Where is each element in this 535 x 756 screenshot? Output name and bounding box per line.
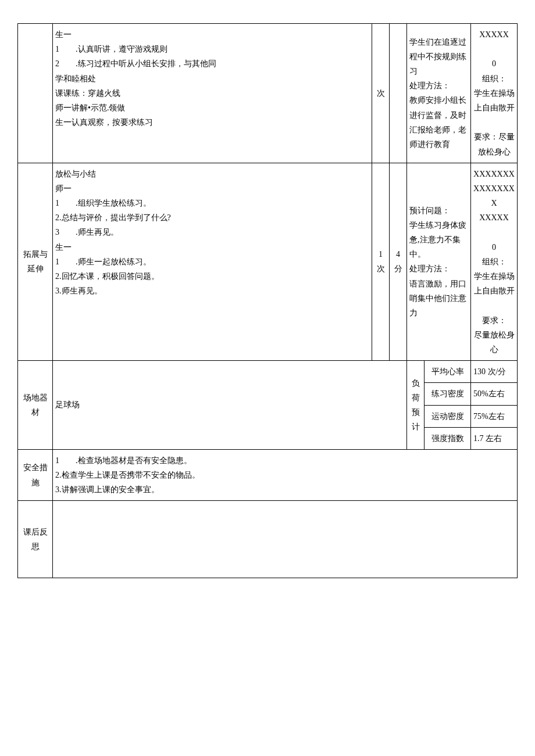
row1-org: XXXXX 0 组织： 学生在操场上自由散开 要求：尽量放松身心: [471, 24, 518, 163]
load-name-2: 运动密度: [425, 405, 471, 427]
table-row: 拓展与延伸 放松与小结 师一 1 .组织学生放松练习。 2.总结与评价，提出学到…: [18, 163, 518, 360]
load-name-3: 强度指数: [425, 427, 471, 449]
reflect-content: [53, 501, 518, 578]
load-name-1: 练习密度: [425, 383, 471, 405]
equip-label: 场地器材: [18, 361, 53, 450]
equip-value: 足球场: [53, 361, 407, 450]
row1-problem: 学生们在追逐过程中不按规则练习 处理方法： 教师安排小组长进行监督，及时汇报给老…: [407, 24, 471, 163]
load-val-1: 50%左右: [471, 383, 518, 405]
safety-content: 1 .检查场地器材是否有安全隐患。 2.检查学生上课是否携带不安全的物品。 3.…: [53, 449, 518, 501]
row2-ci: 1 次: [372, 163, 390, 360]
row1-label: [18, 24, 53, 163]
reflect-label: 课后反思: [18, 501, 53, 578]
table-row: 课后反思: [18, 501, 518, 578]
row2-fen: 4 分: [390, 163, 407, 360]
row2-problem: 预计问题： 学生练习身体疲惫,注意力不集中。 处理方法： 语言激励，用口哨集中他…: [407, 163, 471, 360]
table-row: 生一 1 .认真听讲，遵守游戏规则 2 .练习过程中听从小组长安排，与其他同 学…: [18, 24, 518, 163]
row2-org: XXXXXXXXXXXXXXX XXXXX 0 组织： 学生在操场上自由散开 要…: [471, 163, 518, 360]
load-val-2: 75%左右: [471, 405, 518, 427]
load-label: 负荷预计: [407, 361, 425, 450]
table-row: 场地器材 足球场 负荷预计 平均心率 130 次/分: [18, 361, 518, 383]
row2-label: 拓展与延伸: [18, 163, 53, 360]
load-val-3: 1.7 左右: [471, 427, 518, 449]
row2-content: 放松与小结 师一 1 .组织学生放松练习。 2.总结与评价，提出学到了什么? 3…: [53, 163, 372, 360]
row1-ci: 次: [372, 24, 390, 163]
lesson-plan-table: 生一 1 .认真听讲，遵守游戏规则 2 .练习过程中听从小组长安排，与其他同 学…: [17, 23, 518, 578]
load-val-0: 130 次/分: [471, 361, 518, 383]
row1-fen: [390, 24, 407, 163]
load-name-0: 平均心率: [425, 361, 471, 383]
table-row: 安全措施 1 .检查场地器材是否有安全隐患。 2.检查学生上课是否携带不安全的物…: [18, 449, 518, 501]
row1-content: 生一 1 .认真听讲，遵守游戏规则 2 .练习过程中听从小组长安排，与其他同 学…: [53, 24, 372, 163]
safety-label: 安全措施: [18, 449, 53, 501]
